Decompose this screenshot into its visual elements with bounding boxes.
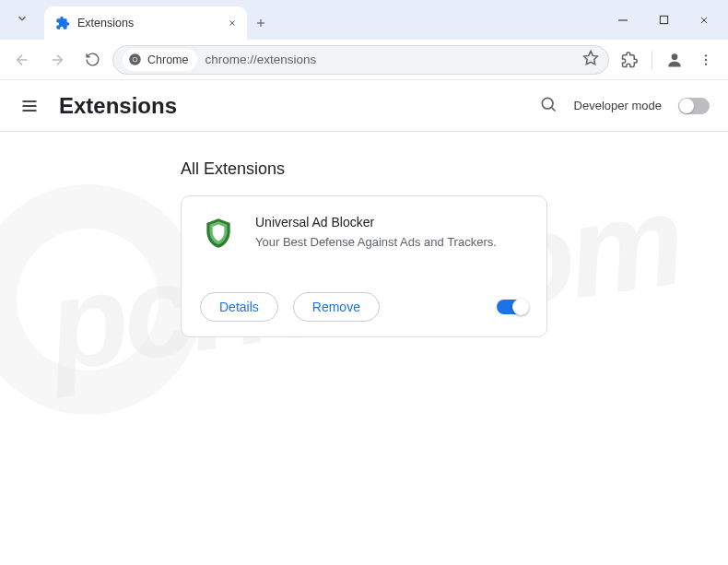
- svg-marker-13: [584, 51, 598, 64]
- page-title: Extensions: [59, 93, 177, 119]
- extension-name: Universal Ad Blocker: [255, 215, 497, 230]
- minimize-button[interactable]: [603, 2, 643, 39]
- page-content: All Extensions Universal Ad Blocker Your…: [0, 132, 728, 337]
- details-button[interactable]: Details: [200, 292, 278, 322]
- svg-point-17: [705, 63, 707, 65]
- toolbar-divider: [652, 51, 652, 69]
- svg-point-14: [672, 53, 678, 60]
- window-controls: [603, 0, 728, 40]
- chrome-icon: [128, 53, 142, 66]
- remove-button[interactable]: Remove: [293, 292, 380, 322]
- shield-icon: [200, 215, 237, 252]
- address-bar[interactable]: Chrome chrome://extensions: [112, 45, 609, 75]
- back-button[interactable]: [7, 45, 37, 75]
- search-button[interactable]: [539, 95, 558, 117]
- forward-button[interactable]: [42, 45, 72, 75]
- browser-toolbar: Chrome chrome://extensions: [0, 40, 728, 80]
- developer-mode-toggle[interactable]: [678, 98, 710, 114]
- svg-point-16: [705, 58, 707, 60]
- tab-overflow-chevron-icon[interactable]: [16, 12, 29, 29]
- developer-mode-label: Developer mode: [574, 99, 662, 112]
- extension-enable-toggle[interactable]: [497, 300, 528, 314]
- window-titlebar: Extensions: [0, 0, 728, 40]
- close-window-button[interactable]: [684, 2, 724, 39]
- chrome-chip-label: Chrome: [147, 53, 188, 66]
- profile-button[interactable]: [660, 45, 689, 75]
- svg-rect-5: [660, 16, 667, 23]
- kebab-menu-button[interactable]: [691, 45, 721, 75]
- browser-tab[interactable]: Extensions: [44, 6, 247, 40]
- svg-point-12: [134, 58, 137, 62]
- svg-point-21: [542, 98, 553, 109]
- svg-line-22: [551, 107, 555, 111]
- svg-point-15: [705, 54, 707, 56]
- maximize-button[interactable]: [643, 2, 684, 39]
- url-text: chrome://extensions: [205, 53, 316, 66]
- extension-card: Universal Ad Blocker Your Best Defense A…: [181, 195, 547, 337]
- chrome-chip: Chrome: [123, 49, 197, 71]
- page-header: Extensions Developer mode: [0, 80, 728, 132]
- star-icon[interactable]: [582, 50, 599, 70]
- extension-description: Your Best Defense Against Ads and Tracke…: [255, 235, 497, 249]
- puzzle-icon: [55, 16, 70, 30]
- new-tab-button[interactable]: [247, 6, 275, 40]
- tab-title: Extensions: [77, 17, 217, 29]
- section-title: All Extensions: [181, 159, 728, 179]
- tab-close-button[interactable]: [225, 16, 240, 30]
- extensions-button[interactable]: [615, 45, 644, 75]
- menu-button[interactable]: [18, 95, 41, 117]
- reload-button[interactable]: [77, 45, 107, 75]
